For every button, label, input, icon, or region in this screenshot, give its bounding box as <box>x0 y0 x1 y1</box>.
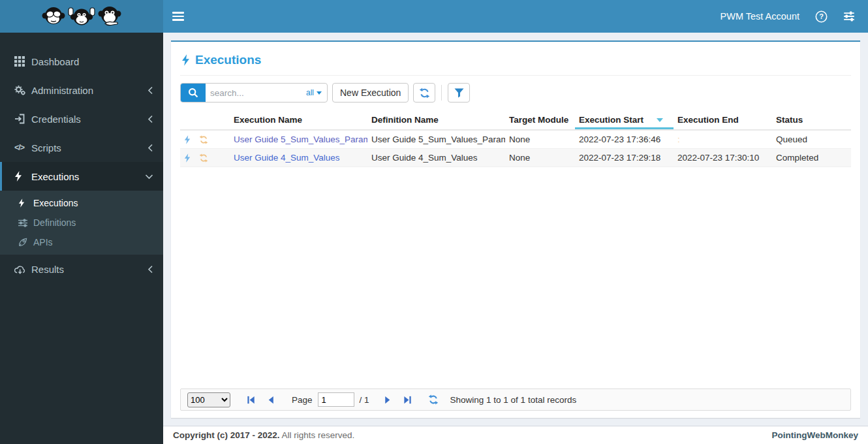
top-navbar: PWM Test Account ? <box>163 0 868 33</box>
column-actions <box>180 110 230 130</box>
submenu-item-label: APIs <box>33 237 53 247</box>
last-page-button[interactable] <box>400 394 415 406</box>
page-label: Page <box>292 395 313 405</box>
sliders-icon <box>18 219 33 227</box>
submenu-item-executions[interactable]: Executions <box>0 193 163 213</box>
copyright-text: Copyright (c) 2017 - 2022. All rights re… <box>173 430 354 440</box>
execution-start-cell: 2022-07-23 17:29:18 <box>575 149 674 167</box>
sidebar-item-credentials[interactable]: Credentials <box>0 104 163 133</box>
sidebar-item-scripts[interactable]: </> Scripts <box>0 133 163 162</box>
column-status[interactable]: Status <box>772 110 851 130</box>
footer: Copyright (c) 2017 - 2022. All rights re… <box>163 426 868 444</box>
sidebar-item-dashboard[interactable]: Dashboard <box>0 47 163 76</box>
search-group: all <box>180 83 328 103</box>
sidebar-item-label: Executions <box>31 171 145 182</box>
refresh-icon <box>419 87 430 99</box>
bolt-icon <box>18 198 33 208</box>
dashboard-grid-icon <box>14 56 31 67</box>
rerun-refresh-icon[interactable] <box>199 135 208 144</box>
sidebar-toggle-hamburger-icon[interactable] <box>172 10 184 23</box>
new-execution-button[interactable]: New Execution <box>332 83 409 103</box>
column-definition-name[interactable]: Definition Name <box>367 110 505 130</box>
logo-monkeys-icon <box>40 5 123 28</box>
sidebar-item-label: Credentials <box>31 114 147 125</box>
search-icon <box>188 87 198 98</box>
status-cell: Completed <box>772 149 851 167</box>
table-row: User Guide 4_Sum_Values User Guide 4_Sum… <box>180 149 851 167</box>
executions-submenu: Executions Definitions <box>0 191 163 255</box>
refresh-icon <box>428 394 439 405</box>
sort-desc-icon <box>657 118 663 122</box>
page-title-text: Executions <box>195 53 261 67</box>
rocket-icon <box>18 238 33 247</box>
sidebar-item-label: Administration <box>31 85 147 96</box>
execution-start-cell: 2022-07-23 17:36:46 <box>575 130 674 149</box>
execution-end-cell: 2022-07-23 17:30:10 <box>674 149 772 167</box>
cloud-download-icon <box>14 264 31 274</box>
target-module-cell: None <box>505 130 575 149</box>
definition-name-cell: User Guide 4_Sum_Values <box>367 149 505 167</box>
execution-name-link[interactable]: User Guide 4_Sum_Values <box>234 153 340 163</box>
filter-button[interactable] <box>448 83 470 103</box>
first-page-button[interactable] <box>243 394 258 406</box>
submenu-item-label: Definitions <box>33 217 76 228</box>
run-bolt-icon[interactable] <box>184 135 191 144</box>
bolt-icon <box>181 54 190 66</box>
chevron-left-icon <box>147 144 153 152</box>
top-header: PWM Test Account ? <box>0 0 868 33</box>
page-size-select[interactable]: 100 <box>187 392 230 407</box>
submenu-item-definitions[interactable]: Definitions <box>0 213 163 232</box>
chevron-left-icon <box>147 265 153 274</box>
rerun-refresh-icon[interactable] <box>199 153 208 163</box>
chevron-down-icon <box>145 174 153 180</box>
search-button[interactable] <box>181 83 206 103</box>
settings-sliders-icon[interactable] <box>843 10 855 22</box>
submenu-item-label: Executions <box>33 198 78 208</box>
bolt-icon <box>14 171 31 182</box>
sidebar-item-label: Dashboard <box>31 56 153 67</box>
refresh-button[interactable] <box>413 83 435 103</box>
target-module-cell: None <box>505 149 575 167</box>
total-pages: / 1 <box>360 395 369 405</box>
table-row: User Guide 5_Sum_Values_Param User Guide… <box>180 130 851 149</box>
execution-end-cell: : <box>674 130 772 149</box>
execution-name-link[interactable]: User Guide 5_Sum_Values_Param <box>234 135 367 144</box>
caret-down-icon <box>317 91 322 95</box>
run-bolt-icon[interactable] <box>184 153 191 163</box>
table-header-row: Execution Name Definition Name Target Mo… <box>180 110 851 130</box>
sidebar: Dashboard <box>0 33 163 444</box>
sidebar-item-administration[interactable]: Administration <box>0 76 163 104</box>
pagination-bar: 100 Page / 1 <box>180 388 851 411</box>
definition-name-cell: User Guide 5_Sum_Values_Param <box>367 130 505 149</box>
toolbar: all New Execution <box>180 83 851 103</box>
column-execution-name[interactable]: Execution Name <box>230 110 367 130</box>
pager-refresh-button[interactable] <box>426 393 441 406</box>
chevron-left-icon <box>147 86 153 95</box>
records-summary: Showing 1 to 1 of 1 total records <box>450 395 577 405</box>
account-name[interactable]: PWM Test Account <box>721 11 799 22</box>
chevron-left-icon <box>147 115 153 123</box>
sidebar-item-results[interactable]: Results <box>0 255 163 283</box>
executions-panel: Executions all <box>171 40 860 418</box>
help-icon[interactable]: ? <box>815 10 828 23</box>
column-execution-start[interactable]: Execution Start <box>575 110 674 130</box>
gears-icon <box>14 85 31 95</box>
status-cell: Queued <box>772 130 851 149</box>
previous-page-button[interactable] <box>264 394 279 406</box>
page-number-input[interactable] <box>318 392 354 407</box>
search-input[interactable] <box>206 88 306 98</box>
toolbar-separator <box>441 85 442 101</box>
submenu-item-apis[interactable]: APIs <box>0 232 163 252</box>
app-logo[interactable] <box>0 0 163 33</box>
executions-table: Execution Name Definition Name Target Mo… <box>180 110 851 167</box>
svg-text:?: ? <box>819 12 824 20</box>
next-page-button[interactable] <box>380 394 395 406</box>
code-icon: </> <box>14 143 31 152</box>
column-target-module[interactable]: Target Module <box>505 110 575 130</box>
sidebar-item-label: Scripts <box>31 142 147 153</box>
page-title: Executions <box>180 42 851 76</box>
sidebar-item-executions[interactable]: Executions <box>0 162 163 191</box>
sidebar-item-label: Results <box>31 264 147 275</box>
column-execution-end[interactable]: Execution End <box>674 110 772 130</box>
search-scope-dropdown[interactable]: all <box>306 88 327 97</box>
